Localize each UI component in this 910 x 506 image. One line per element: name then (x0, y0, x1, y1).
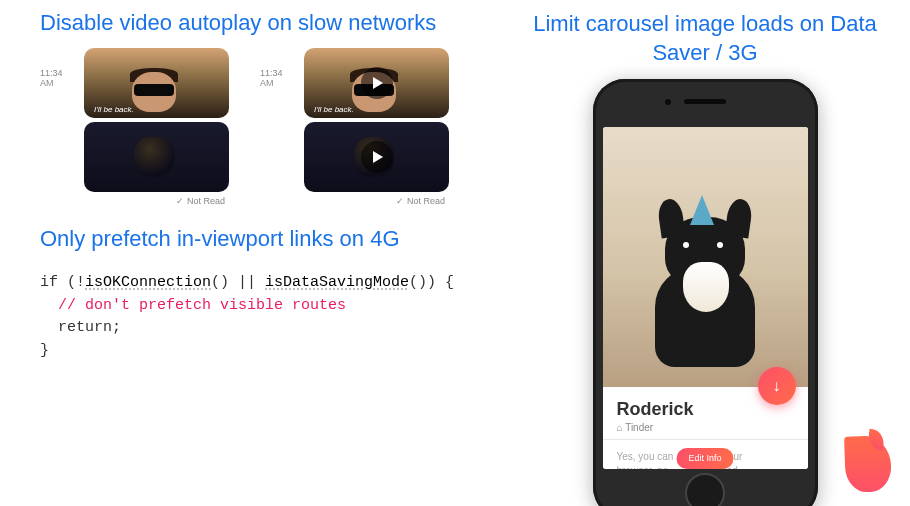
chat-autoplay-col: 11:34 AM I'll be back. (40, 48, 240, 206)
code-snippet: if (!isOKConnection() || isDataSavingMod… (20, 264, 480, 370)
video-caption: I'll be back. (94, 105, 134, 114)
phone-camera (665, 99, 671, 105)
download-icon: ↓ (773, 377, 781, 395)
heading-prefetch: Only prefetch in-viewport links on 4G (20, 226, 480, 252)
heading-autoplay: Disable video autoplay on slow networks (20, 10, 480, 36)
check-icon: ✓ (396, 196, 404, 206)
read-status: ✓Not Read (260, 196, 460, 206)
download-fab[interactable]: ↓ (758, 367, 796, 405)
phone-screen: ↓ Roderick Tinder Yes, you can in your b… (603, 127, 808, 469)
play-icon[interactable] (361, 67, 393, 99)
timestamp: 11:34 AM (40, 48, 78, 88)
video-thumbnail (84, 122, 229, 192)
chat-comparison: 11:34 AM I'll be back. (20, 48, 480, 206)
heading-carousel: Limit carousel image loads on Data Saver… (510, 10, 900, 67)
phone-mockup: ↓ Roderick Tinder Yes, you can in your b… (593, 79, 818, 506)
video-thumbnail-paused (304, 122, 449, 192)
phone-speaker (684, 99, 726, 104)
play-icon[interactable] (361, 141, 393, 173)
profile-subtitle: Tinder (617, 422, 794, 433)
video-thumbnail-paused: I'll be back. (304, 48, 449, 118)
chat-noautoplay-col: 11:34 AM I'll be back. (260, 48, 460, 206)
check-icon: ✓ (176, 196, 184, 206)
tinder-logo (845, 436, 895, 496)
edit-info-button[interactable]: Edit Info (676, 448, 733, 469)
video-thumbnail: I'll be back. (84, 48, 229, 118)
video-caption: I'll be back. (314, 105, 354, 114)
profile-image (603, 127, 808, 387)
read-status: ✓Not Read (40, 196, 240, 206)
timestamp: 11:34 AM (260, 48, 298, 88)
home-button[interactable] (685, 473, 725, 506)
profile-tip: Yes, you can in your browser, no eeded. … (603, 440, 808, 469)
